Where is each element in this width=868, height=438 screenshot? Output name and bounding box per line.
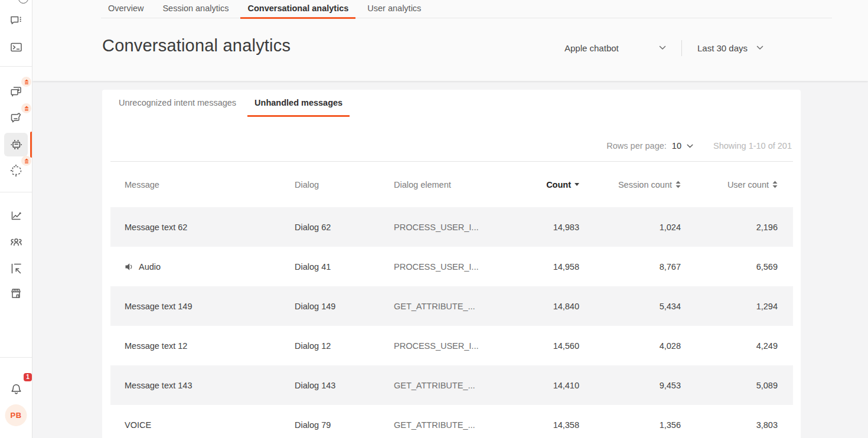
message-text: Message text 149 (125, 302, 192, 311)
dialog-element-cell: GET_ATTRIBUTE_... (389, 302, 501, 311)
tab-unrecognized-intent-messages[interactable]: Unrecognized intent messages (112, 90, 243, 117)
tab-user-analytics[interactable]: User analytics (360, 0, 428, 18)
count-cell: 14,958 (501, 262, 596, 272)
sidebar-item-editor[interactable] (4, 106, 28, 130)
analytics-top-tabs: Overview Session analytics Conversationa… (101, 0, 832, 18)
message-type-tabs: Unrecognized intent messages Unhandled m… (102, 90, 801, 117)
sidebar-item-console[interactable] (4, 35, 28, 59)
message-text: Message text 143 (125, 381, 192, 390)
tab-session-analytics[interactable]: Session analytics (155, 0, 236, 18)
cutoff-top-icon (18, 0, 28, 4)
dialog-cell: Dialog 12 (288, 341, 389, 351)
sidebar-item-chats[interactable] (4, 9, 28, 32)
chevron-down-icon (659, 45, 666, 50)
message-text: Message text 62 (125, 223, 187, 232)
message-text: Audio (139, 262, 161, 272)
notification-count-badge: 1 (24, 373, 32, 381)
messages-table: Message Dialog Dialog element Count Sess… (110, 161, 793, 438)
column-header-message[interactable]: Message (110, 180, 288, 189)
table-body: Message text 62 Dialog 62 PROCESS_USER_I… (110, 207, 793, 438)
rows-per-page-value[interactable]: 10 (672, 141, 681, 151)
sidebar-divider (0, 66, 32, 67)
sidebar: 1 PB (0, 0, 32, 438)
deploy-badge-icon (21, 156, 31, 166)
table-row[interactable]: Audio Dialog 41 PROCESS_USER_I... 14,958… (110, 247, 793, 286)
deploy-badge-icon (21, 103, 31, 113)
count-cell: 14,410 (501, 381, 596, 390)
table-row[interactable]: Message text 149 Dialog 149 GET_ATTRIBUT… (110, 286, 793, 326)
tab-overview[interactable]: Overview (101, 0, 151, 18)
count-cell: 14,560 (501, 341, 596, 351)
message-text: VOICE (125, 420, 151, 430)
sidebar-divider (0, 357, 32, 358)
chat-edit-icon (9, 112, 22, 125)
column-header-user-count[interactable]: User count (697, 180, 778, 189)
sidebar-item-dialogs[interactable] (4, 80, 28, 103)
notifications-button[interactable]: 1 (4, 377, 28, 401)
user-count-cell: 2,196 (697, 223, 793, 232)
avatar[interactable]: PB (5, 404, 27, 426)
sidebar-item-analytics-bot[interactable] (4, 133, 28, 156)
message-cell: Audio (110, 262, 288, 272)
dialog-element-cell: GET_ATTRIBUTE_... (389, 420, 501, 430)
sidebar-item-channels[interactable] (4, 257, 28, 280)
user-count-cell: 1,294 (697, 302, 793, 311)
pointer-corner-icon (9, 262, 22, 275)
bell-icon (9, 383, 23, 396)
showing-range-label: Showing 1-10 of 201 (713, 141, 792, 151)
count-cell: 14,358 (501, 420, 596, 430)
column-header-dialog[interactable]: Dialog (288, 180, 389, 189)
sidebar-item-statistics[interactable] (4, 204, 28, 227)
sidebar-item-marketplace[interactable] (4, 282, 28, 305)
table-row[interactable]: Message text 62 Dialog 62 PROCESS_USER_I… (110, 207, 793, 247)
session-count-cell: 9,453 (596, 381, 697, 390)
robot-icon (9, 138, 23, 151)
tab-unhandled-messages[interactable]: Unhandled messages (247, 90, 350, 117)
tab-conversational-analytics[interactable]: Conversational analytics (240, 0, 355, 18)
user-count-cell: 4,249 (697, 341, 793, 351)
session-count-cell: 8,767 (596, 262, 697, 272)
sort-both-icon (772, 181, 778, 188)
sidebar-item-entities[interactable] (4, 159, 28, 182)
user-count-cell: 3,803 (697, 420, 793, 430)
dialog-cell: Dialog 149 (288, 302, 389, 311)
message-text: Message text 12 (125, 341, 187, 351)
message-cell: Message text 62 (110, 223, 288, 232)
session-count-cell: 4,028 (596, 341, 697, 351)
message-cell: Message text 143 (110, 381, 288, 390)
count-cell: 14,983 (501, 223, 596, 232)
dialog-element-cell: PROCESS_USER_I... (389, 262, 501, 272)
message-cell: Message text 149 (110, 302, 288, 311)
sort-desc-icon (575, 183, 579, 186)
dialog-cell: Dialog 62 (288, 223, 389, 232)
controls-divider (681, 40, 682, 56)
column-header-session-count[interactable]: Session count (596, 180, 681, 189)
audio-icon (125, 263, 134, 271)
table-row[interactable]: Message text 143 Dialog 143 GET_ATTRIBUT… (110, 365, 793, 405)
table-header-row: Message Dialog Dialog element Count Sess… (110, 161, 793, 207)
dialog-cell: Dialog 143 (288, 381, 389, 390)
deploy-badge-icon (21, 77, 31, 87)
dialog-cell: Dialog 41 (288, 262, 389, 272)
page-header: Overview Session analytics Conversationa… (32, 0, 868, 81)
bot-selector[interactable]: Apple chatbot (564, 43, 666, 53)
copy-chats-icon (9, 85, 22, 98)
rows-per-page-chevron-icon[interactable] (687, 144, 693, 148)
dialog-element-cell: PROCESS_USER_I... (389, 341, 501, 351)
column-header-count[interactable]: Count (501, 180, 579, 189)
bot-selector-value: Apple chatbot (564, 43, 619, 53)
table-row[interactable]: VOICE Dialog 79 GET_ATTRIBUTE_... 14,358… (110, 405, 793, 438)
line-chart-icon (9, 209, 22, 222)
column-header-dialog-element[interactable]: Dialog element (389, 180, 501, 189)
dashed-shape-icon (9, 164, 22, 177)
chat-dots-icon (9, 14, 23, 27)
sidebar-item-clients[interactable] (4, 230, 28, 254)
filter-controls: Apple chatbot Last 30 days (564, 39, 763, 57)
page-title: Conversational analytics (102, 36, 291, 55)
user-count-cell: 6,569 (697, 262, 793, 272)
active-item-indicator (30, 132, 32, 158)
analytics-card: Unrecognized intent messages Unhandled m… (102, 90, 801, 438)
pagination-bar: Rows per page: 10 Showing 1-10 of 201 (606, 139, 792, 152)
table-row[interactable]: Message text 12 Dialog 12 PROCESS_USER_I… (110, 326, 793, 365)
date-range-selector[interactable]: Last 30 days (697, 43, 763, 53)
